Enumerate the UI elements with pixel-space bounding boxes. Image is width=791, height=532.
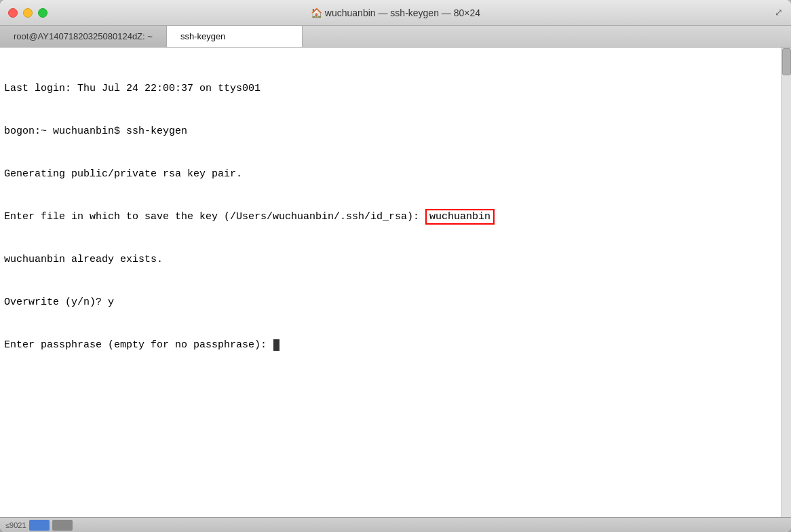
- bottom-gray-indicator: [52, 520, 73, 531]
- bottom-blue-indicator: [29, 520, 50, 531]
- tab-ssh-keygen[interactable]: ssh-keygen: [167, 26, 303, 47]
- terminal-cursor: [273, 339, 279, 351]
- terminal-line-1: Last login: Thu Jul 24 22:00:37 on ttys0…: [4, 81, 787, 96]
- terminal-window: 🏠 wuchuanbin — ssh-keygen — 80×24 ⤢ root…: [0, 0, 791, 532]
- window-title: 🏠 wuchuanbin — ssh-keygen — 80×24: [311, 7, 480, 18]
- terminal-output: Last login: Thu Jul 24 22:00:37 on ttys0…: [4, 53, 787, 381]
- tab-bar: root@AY14071820325080124dZ: ~ ssh-keygen: [0, 26, 791, 48]
- bottom-bar: ≤9021: [0, 517, 791, 532]
- tab-root-shell[interactable]: root@AY14071820325080124dZ: ~: [0, 26, 167, 47]
- title-bar: 🏠 wuchuanbin — ssh-keygen — 80×24 ⤢: [0, 0, 791, 26]
- traffic-lights: [8, 8, 47, 18]
- bottom-indicator: ≤9021: [5, 520, 73, 531]
- terminal-line-3: Generating public/private rsa key pair.: [4, 167, 787, 181]
- resize-icon[interactable]: ⤢: [775, 7, 783, 18]
- highlighted-username: wuchuanbin: [425, 209, 495, 225]
- terminal-line-2: bogon:~ wuchuanbin$ ssh-keygen: [4, 124, 787, 138]
- title-icon: 🏠: [311, 7, 325, 18]
- scrollbar-thumb[interactable]: [782, 48, 791, 75]
- bottom-label: ≤9021: [5, 521, 26, 529]
- minimize-button[interactable]: [23, 8, 33, 18]
- terminal-content: Last login: Thu Jul 24 22:00:37 on ttys0…: [0, 48, 791, 517]
- maximize-button[interactable]: [38, 8, 47, 18]
- terminal-line-7: Enter passphrase (empty for no passphras…: [4, 338, 787, 352]
- terminal-line-4: Enter file in which to save the key (/Us…: [4, 210, 787, 224]
- terminal-line-5: wuchuanbin already exists.: [4, 252, 787, 267]
- close-button[interactable]: [8, 8, 18, 18]
- terminal-line-6: Overwrite (y/n)? y: [4, 295, 787, 309]
- scrollbar-track[interactable]: [781, 48, 791, 517]
